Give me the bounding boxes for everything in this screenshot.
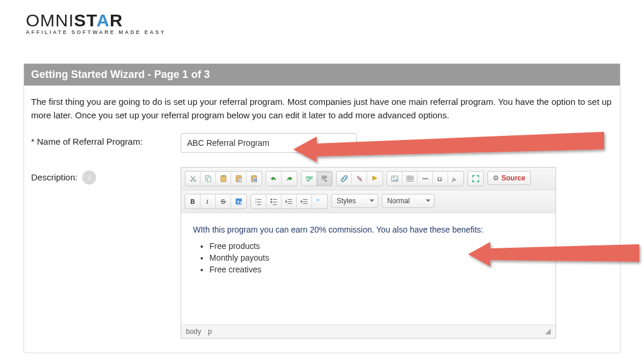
wizard-intro: The first thing you are going to do is s… [31,95,613,122]
strike-button[interactable]: S [216,194,231,209]
undo-button[interactable] [266,172,282,186]
source-button[interactable]: ⚙ Source [487,171,531,185]
showblocks-button[interactable] [317,172,332,186]
styles-select-label: Styles [337,197,356,205]
format-select[interactable]: Normal [382,194,435,208]
editor-bullet-list: Free products Monthly payouts Free creat… [209,241,544,274]
svg-text:Tx: Tx [237,199,243,204]
unlink-button[interactable] [352,172,367,186]
form-row-description: Description: i W [31,167,613,339]
spellcheck-button[interactable]: ABC [301,172,317,186]
italic-button[interactable]: I [201,194,216,209]
path-crumb-p[interactable]: p [208,327,212,336]
format-select-label: Normal [387,197,410,205]
svg-text:B: B [190,197,195,204]
form-row-name: * Name of Referral Program: [31,133,613,153]
specialchar-button[interactable]: Ω [433,172,448,186]
copy-button[interactable] [201,172,216,186]
svg-text:fx: fx [452,176,456,182]
wizard-body: The first thing you are going to do is s… [24,86,620,339]
maximize-button[interactable] [468,172,483,186]
logo-text-left: OMNI [26,11,74,30]
svg-text:S: S [221,197,225,204]
svg-rect-12 [406,176,413,181]
logo-tagline: AFFILIATE SOFTWARE MADE EASY [26,29,621,35]
svg-text:2: 2 [255,200,256,203]
anchor-button[interactable] [367,172,382,186]
bold-button[interactable]: B [185,194,201,209]
logo-text-right: R [110,11,123,30]
toolbar-row-2: B I S Tx 12 ” Style [181,190,555,213]
blockquote-button[interactable]: ” [312,194,327,209]
editor-path-bar: body p [181,325,555,338]
info-icon[interactable]: i [82,170,96,185]
paste-button[interactable] [216,172,231,186]
svg-text:”: ” [316,197,319,206]
toolbar-row-1: W ABC [181,168,555,190]
logo-brand: OMNISTAR [26,11,621,30]
styles-select[interactable]: Styles [331,194,378,208]
ordered-list-button[interactable]: 12 [251,194,266,209]
description-label-text: Description: [31,172,77,182]
outdent-button[interactable] [282,194,297,209]
svg-point-11 [392,176,394,178]
wizard-heading: Getting Started Wizard - Page 1 of 3 [24,64,620,86]
svg-rect-13 [422,178,428,179]
editor-bullet: Free products [209,241,544,251]
logo-text-mid: ST [74,11,96,30]
paste-text-button[interactable] [231,172,246,186]
logo: OMNISTAR AFFILIATE SOFTWARE MADE EASY [23,0,621,40]
svg-rect-3 [222,175,225,176]
rich-text-editor: W ABC [181,167,556,339]
paste-word-button[interactable]: W [246,172,262,186]
editor-content[interactable]: WIth this program you can earn 20% commi… [181,213,555,325]
path-crumb-body[interactable]: body [186,327,201,336]
image-button[interactable] [387,172,402,186]
description-label: Description: i [31,167,181,185]
svg-text:Ω: Ω [437,175,442,182]
unordered-list-button[interactable] [266,194,282,209]
logo-text-accent: A [96,11,110,30]
table-button[interactable] [402,172,418,186]
source-label: Source [501,174,526,182]
svg-point-23 [270,199,272,200]
editor-bullet: Free creatives [209,265,544,274]
indent-button[interactable] [297,194,312,209]
svg-text:ABC: ABC [305,175,313,179]
remove-format-button[interactable]: Tx [231,194,246,209]
svg-text:W: W [253,177,257,182]
name-input[interactable] [181,133,357,153]
name-label: * Name of Referral Program: [31,133,181,146]
wizard-panel: Getting Started Wizard - Page 1 of 3 The… [23,63,621,353]
svg-text:I: I [205,198,208,204]
editor-paragraph: WIth this program you can earn 20% commi… [193,225,544,234]
cut-button[interactable] [185,172,201,186]
source-gear-icon: ⚙ [493,174,499,182]
hr-button[interactable] [418,172,433,186]
resize-grip-icon[interactable] [545,329,551,334]
svg-point-24 [270,201,272,203]
function-button[interactable]: fx [448,172,463,186]
link-button[interactable] [337,172,352,186]
redo-button[interactable] [282,172,297,186]
editor-bullet: Monthly payouts [209,253,544,262]
svg-rect-1 [207,177,211,182]
